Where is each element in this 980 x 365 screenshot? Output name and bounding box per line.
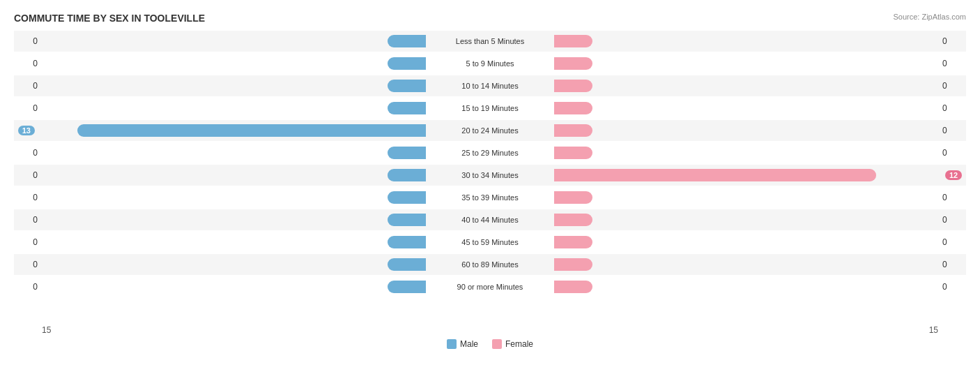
right-value: 0 xyxy=(938,193,966,202)
right-value: 0 xyxy=(938,260,966,269)
left-value: 0 xyxy=(14,237,42,247)
row-label: 15 to 19 Minutes xyxy=(427,104,553,112)
left-bar-wrap xyxy=(42,209,427,230)
axis-left: 15 xyxy=(42,325,51,335)
row-label: 40 to 44 Minutes xyxy=(427,216,553,224)
row-label: 60 to 89 Minutes xyxy=(427,260,553,269)
bars-area: 90 or more Minutes xyxy=(42,276,938,297)
bar-male xyxy=(388,35,426,47)
legend-male-label: Male xyxy=(460,339,478,349)
axis-labels: 15 15 xyxy=(14,325,966,335)
left-value: 0 xyxy=(14,36,42,46)
bar-male xyxy=(388,102,426,114)
bar-female xyxy=(554,214,592,226)
bar-female xyxy=(554,35,592,47)
bars-area: 35 to 39 Minutes xyxy=(42,187,938,208)
table-row: 0 10 to 14 Minutes 0 xyxy=(14,75,966,96)
bars-area: 60 to 89 Minutes xyxy=(42,254,938,275)
row-label: 20 to 24 Minutes xyxy=(427,126,553,135)
bar-female xyxy=(554,258,592,271)
table-row: 0 30 to 34 Minutes 12 xyxy=(14,165,966,186)
table-row: 0 40 to 44 Minutes 0 xyxy=(14,209,966,230)
bar-male xyxy=(388,191,426,204)
left-bar-wrap xyxy=(42,53,427,74)
source-label: Source: ZipAtlas.com xyxy=(893,13,966,21)
right-bar-wrap xyxy=(553,254,938,275)
bar-male xyxy=(388,147,426,159)
left-bar-wrap xyxy=(42,165,427,186)
left-value: 0 xyxy=(14,81,42,91)
right-bar-wrap xyxy=(553,75,938,96)
table-row: 0 90 or more Minutes 0 xyxy=(14,276,966,297)
left-bar-wrap xyxy=(42,254,427,275)
bar-male xyxy=(388,169,426,181)
chart-area: 0 Less than 5 Minutes 0 0 5 to 9 Minutes xyxy=(14,31,966,324)
bar-female xyxy=(554,80,592,92)
left-value: 0 xyxy=(14,170,42,180)
right-bar-wrap xyxy=(553,98,938,119)
row-label: 90 or more Minutes xyxy=(427,283,553,291)
legend-swatch-pink xyxy=(492,339,502,349)
chart-title: COMMUTE TIME BY SEX IN TOOLEVILLE xyxy=(14,13,966,24)
bars-area: 25 to 29 Minutes xyxy=(42,142,938,163)
right-bar-wrap xyxy=(553,232,938,253)
legend-male: Male xyxy=(447,339,478,349)
bar-male xyxy=(388,258,426,271)
right-value: 0 xyxy=(938,237,966,247)
bars-area: 30 to 34 Minutes xyxy=(42,165,938,186)
left-bar-wrap xyxy=(42,232,427,253)
bar-male xyxy=(77,124,426,137)
right-bar-wrap xyxy=(553,276,938,297)
right-bar-wrap xyxy=(553,120,938,141)
left-value: 0 xyxy=(14,282,42,292)
bars-area: Less than 5 Minutes xyxy=(42,31,938,52)
left-bar-wrap xyxy=(42,120,427,141)
bar-female xyxy=(554,147,592,159)
axis-right: 15 xyxy=(929,325,938,335)
left-bar-wrap xyxy=(42,31,427,52)
bar-female xyxy=(554,191,592,204)
female-badge: 12 xyxy=(945,170,962,180)
right-value: 0 xyxy=(938,81,966,91)
right-bar-wrap xyxy=(553,165,938,186)
bars-area: 45 to 59 Minutes xyxy=(42,232,938,253)
bar-male xyxy=(388,236,426,248)
bar-male xyxy=(388,214,426,226)
right-value: 0 xyxy=(938,148,966,158)
row-label: 25 to 29 Minutes xyxy=(427,149,553,157)
left-bar-wrap xyxy=(42,75,427,96)
bar-male xyxy=(388,80,426,92)
left-value: 13 xyxy=(14,126,42,135)
table-row: 0 15 to 19 Minutes 0 xyxy=(14,98,966,119)
right-value: 0 xyxy=(938,103,966,113)
bars-area: 10 to 14 Minutes xyxy=(42,75,938,96)
left-value: 0 xyxy=(14,59,42,68)
legend-area: Male Female xyxy=(14,339,966,349)
right-value: 0 xyxy=(938,282,966,292)
right-value: 0 xyxy=(938,126,966,135)
left-value: 0 xyxy=(14,260,42,269)
left-value: 0 xyxy=(14,215,42,225)
chart-container: COMMUTE TIME BY SEX IN TOOLEVILLE Source… xyxy=(0,0,980,365)
right-value: 12 xyxy=(938,170,966,180)
right-value: 0 xyxy=(938,59,966,68)
row-label: 30 to 34 Minutes xyxy=(427,171,553,179)
table-row: 0 25 to 29 Minutes 0 xyxy=(14,142,966,163)
left-bar-wrap xyxy=(42,98,427,119)
left-bar-wrap xyxy=(42,276,427,297)
bars-area: 20 to 24 Minutes xyxy=(42,120,938,141)
table-row: 0 35 to 39 Minutes 0 xyxy=(14,187,966,208)
right-value: 0 xyxy=(938,36,966,46)
bars-area: 15 to 19 Minutes xyxy=(42,98,938,119)
bar-female xyxy=(554,57,592,70)
bars-area: 5 to 9 Minutes xyxy=(42,53,938,74)
left-value: 0 xyxy=(14,103,42,113)
bar-female xyxy=(554,281,592,293)
row-label: Less than 5 Minutes xyxy=(427,37,553,45)
bar-male xyxy=(388,57,426,70)
right-value: 0 xyxy=(938,215,966,225)
legend-female: Female xyxy=(492,339,533,349)
row-label: 35 to 39 Minutes xyxy=(427,193,553,202)
left-bar-wrap xyxy=(42,142,427,163)
left-value: 0 xyxy=(14,148,42,158)
